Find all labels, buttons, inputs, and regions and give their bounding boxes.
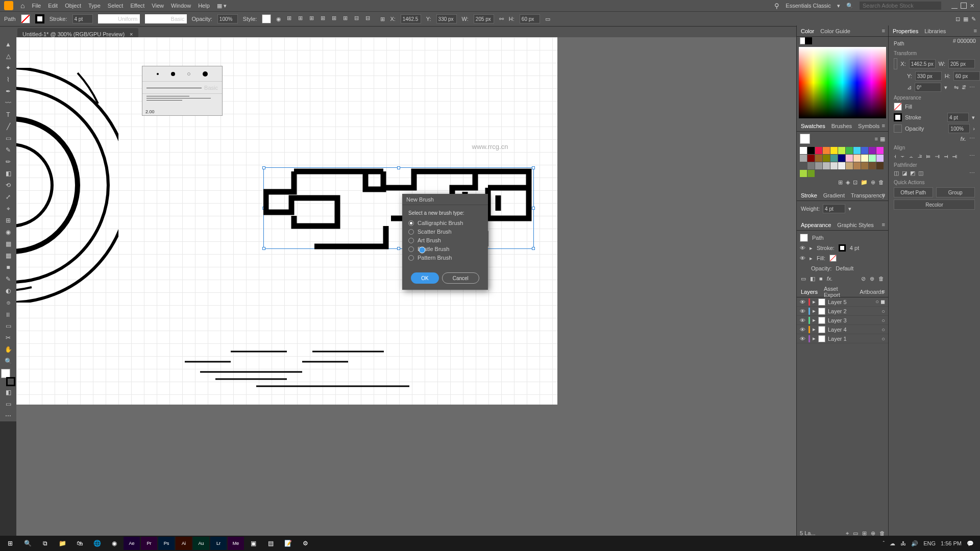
paintbrush-tool-icon[interactable]: ✎: [1, 144, 15, 156]
prop-fill-swatch[interactable]: [894, 103, 902, 111]
menu-file[interactable]: File: [32, 3, 41, 9]
align-vmid-icon[interactable]: ⊞: [331, 14, 341, 23]
gradient-tool-icon[interactable]: ■: [1, 261, 15, 273]
tab-artboards[interactable]: Artboards: [860, 289, 884, 295]
layer-name[interactable]: Layer 2: [828, 308, 847, 314]
swatch-chip[interactable]: [869, 147, 876, 154]
menu-window[interactable]: Window: [171, 3, 191, 9]
prop-y-input[interactable]: [915, 71, 942, 81]
group-button[interactable]: Group: [936, 187, 975, 197]
dist-h-icon[interactable]: ⊟: [354, 14, 364, 23]
al-center-icon[interactable]: ⫟: [900, 153, 905, 159]
graphic-style-swatch[interactable]: [262, 14, 271, 23]
tray-time[interactable]: 1:56 PM: [941, 540, 962, 546]
rectangle-tool-icon[interactable]: ▭: [1, 132, 15, 144]
line-tool-icon[interactable]: ╱: [1, 120, 15, 132]
stroke-box-icon[interactable]: [6, 377, 15, 386]
swatch-chip[interactable]: [846, 162, 853, 169]
layer-row[interactable]: 👁▸Layer 2○: [797, 307, 888, 316]
swatch-chip[interactable]: [846, 155, 853, 162]
stroke-mini-icon[interactable]: [805, 37, 812, 44]
fill-stroke-toggle[interactable]: [1, 369, 15, 386]
swatch-chip[interactable]: [853, 162, 861, 169]
layer-name[interactable]: Layer 1: [828, 336, 847, 342]
layer-row[interactable]: 👁▸Layer 3○: [797, 316, 888, 325]
tab-transparency[interactable]: Transparency: [851, 192, 885, 198]
close-icon[interactable]: ✕: [970, 3, 976, 9]
chevron-down-icon[interactable]: ▾: [848, 206, 851, 212]
screen-mode-icon[interactable]: ▭: [1, 398, 15, 410]
maximize-icon[interactable]: [961, 3, 967, 9]
tab-gradient[interactable]: Gradient: [823, 192, 845, 198]
direct-select-tool-icon[interactable]: △: [1, 50, 15, 62]
swatch-chip[interactable]: [800, 147, 807, 154]
menu-object[interactable]: Object: [65, 3, 81, 9]
brush-def[interactable]: Basic: [145, 14, 187, 23]
prop-opacity-icon[interactable]: [894, 124, 902, 133]
eye-icon[interactable]: 👁: [800, 255, 805, 261]
artboard-tool-icon[interactable]: ▭: [1, 320, 15, 332]
swatch-chip[interactable]: [823, 162, 830, 169]
tray-network-icon[interactable]: 🖧: [900, 540, 906, 546]
panel-menu-icon[interactable]: ≡: [882, 28, 885, 34]
h-input[interactable]: [520, 14, 540, 23]
align-right-icon[interactable]: ⊞: [309, 14, 319, 23]
swatch-chip[interactable]: [830, 162, 838, 169]
task-me-icon[interactable]: Me: [228, 537, 244, 550]
app-stroke-val[interactable]: 4 pt: [850, 245, 859, 251]
add-fill-icon[interactable]: ■: [819, 276, 823, 282]
swatch-chip[interactable]: [869, 155, 876, 162]
reference-point-icon[interactable]: [894, 58, 897, 69]
task-settings-icon[interactable]: ⚙: [297, 537, 313, 550]
swatch-chip[interactable]: [807, 147, 815, 154]
tab-libraries[interactable]: Libraries: [924, 28, 946, 34]
workspace-switcher[interactable]: Essentials Classic: [786, 3, 831, 9]
zoom-tool-icon[interactable]: 🔍: [1, 355, 15, 367]
fill-swatch[interactable]: [21, 14, 30, 23]
menu-help[interactable]: Help: [198, 3, 210, 9]
tray-notifications-icon[interactable]: 💬: [967, 540, 974, 547]
tray-lang[interactable]: ENG: [923, 540, 936, 546]
start-button-icon[interactable]: ⊞: [2, 537, 18, 550]
swatch-chip[interactable]: [853, 155, 861, 162]
swatch-chip[interactable]: [861, 155, 868, 162]
task-chrome-icon[interactable]: ◉: [106, 537, 122, 550]
tab-color[interactable]: Color: [801, 28, 814, 34]
flip-v-icon[interactable]: ⇵: [962, 84, 966, 91]
align-bottom-icon[interactable]: ⊞: [342, 14, 353, 23]
lasso-tool-icon[interactable]: ⌇: [1, 73, 15, 85]
prop-opacity-input[interactable]: [948, 124, 970, 133]
app-opacity-val[interactable]: Default: [836, 265, 853, 271]
perspective-tool-icon[interactable]: ▦: [1, 238, 15, 249]
tray-volume-icon[interactable]: 🔊: [911, 540, 918, 547]
swatch-chip[interactable]: [815, 147, 822, 154]
isolate-icon[interactable]: ⊡: [955, 16, 960, 22]
recolor-icon[interactable]: ◉: [276, 16, 281, 22]
home-icon[interactable]: ⌂: [20, 2, 24, 10]
slice-tool-icon[interactable]: ✂: [1, 332, 15, 343]
eyedropper-tool-icon[interactable]: ✎: [1, 273, 15, 285]
layer-row[interactable]: 👁▸Layer 4○: [797, 325, 888, 334]
task-au-icon[interactable]: Au: [193, 537, 209, 550]
pf-exclude-icon[interactable]: ◫: [918, 170, 923, 177]
task-view-icon[interactable]: ⧉: [37, 537, 53, 550]
task-ps-icon[interactable]: Ps: [158, 537, 175, 550]
panel-menu-icon[interactable]: ≡: [882, 288, 885, 294]
cancel-button[interactable]: Cancel: [442, 272, 479, 284]
graph-tool-icon[interactable]: ⫼: [1, 308, 15, 320]
tab-graphic-styles[interactable]: Graphic Styles: [837, 222, 874, 228]
shape-builder-tool-icon[interactable]: ◉: [1, 226, 15, 238]
brush-preview-icon[interactable]: [187, 72, 190, 76]
tab-brushes[interactable]: Brushes: [831, 123, 852, 129]
brush-preview-icon[interactable]: [203, 71, 208, 77]
edit-icon[interactable]: ✎: [971, 16, 976, 22]
new-group-icon[interactable]: 📁: [861, 179, 868, 186]
swatch-chip[interactable]: [838, 147, 845, 154]
swatch-chip[interactable]: [815, 155, 822, 162]
edit-toolbar-icon[interactable]: ⋯: [1, 410, 15, 421]
eye-icon[interactable]: 👁: [800, 317, 806, 323]
brush-preview-icon[interactable]: [171, 72, 175, 76]
panel-menu-icon[interactable]: ≡: [882, 221, 885, 228]
swatch-opts-icon[interactable]: ⊡: [853, 179, 857, 186]
shape-props-icon[interactable]: ▭: [545, 16, 550, 22]
